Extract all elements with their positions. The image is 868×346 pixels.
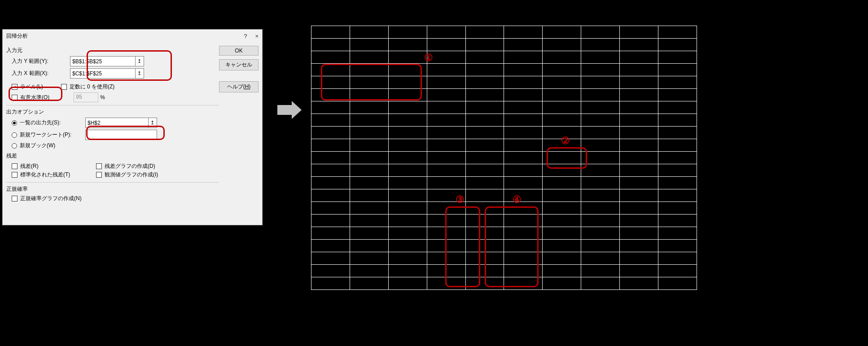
resid-checkbox[interactable] <box>12 163 18 169</box>
output-range-input[interactable]: ↥ <box>85 118 157 128</box>
grid-cell <box>504 277 543 290</box>
grid-cell <box>311 51 350 64</box>
grid-cell <box>504 202 543 215</box>
grid-cell <box>581 215 620 227</box>
grid-cell <box>581 76 620 89</box>
grid-cell <box>620 189 658 202</box>
grid-cell <box>311 277 350 290</box>
grid-cell <box>311 252 350 265</box>
new-wb-radio[interactable] <box>12 143 17 149</box>
grid-cell <box>350 64 388 76</box>
grid-cell <box>581 240 620 252</box>
std-resid-checkbox[interactable] <box>12 172 18 178</box>
grid-cell <box>581 64 620 76</box>
labels-check-label: ラベル(L) <box>20 83 43 91</box>
resid-plot-checkbox[interactable] <box>96 163 102 169</box>
grid-cell <box>504 227 543 240</box>
grid-cell <box>465 76 504 89</box>
grid-cell <box>581 127 620 139</box>
new-ws-label: 新規ワークシート(P): <box>20 131 73 139</box>
grid-cell <box>504 164 543 177</box>
const-zero-label: 定数に 0 を使用(Z) <box>70 83 115 91</box>
grid-cell <box>504 177 543 189</box>
cancel-button[interactable]: キャンセル <box>219 59 259 70</box>
grid-cell <box>504 215 543 227</box>
grid-cell <box>504 26 543 39</box>
grid-cell <box>658 101 697 114</box>
range-selector-icon[interactable]: ↥ <box>135 69 144 78</box>
grid-cell <box>658 89 697 101</box>
grid-cell <box>543 277 581 290</box>
grid-cell <box>350 89 388 101</box>
grid-cell <box>388 215 427 227</box>
help-icon[interactable]: ? <box>244 33 247 39</box>
grid-cell <box>658 252 697 265</box>
grid-cell <box>465 240 504 252</box>
x-range-field[interactable] <box>70 70 135 77</box>
grid-cell <box>388 265 427 277</box>
grid-cell <box>581 164 620 177</box>
callout-num-3: ③ <box>456 194 465 206</box>
grid-cell <box>581 114 620 127</box>
grid-cell <box>543 252 581 265</box>
grid-cell <box>620 202 658 215</box>
grid-cell <box>504 127 543 139</box>
grid-cell <box>504 89 543 101</box>
grid-cell <box>504 240 543 252</box>
normal-label: 正規確率 <box>6 185 219 193</box>
grid-cell <box>465 177 504 189</box>
grid-cell <box>620 265 658 277</box>
labels-checkbox[interactable]: ✓ <box>12 84 18 90</box>
grid-cell <box>350 215 388 227</box>
ok-button[interactable]: OK <box>219 46 259 56</box>
grid-cell <box>311 127 350 139</box>
range-selector-icon[interactable]: ↥ <box>148 118 157 127</box>
grid-cell <box>620 227 658 240</box>
help-button[interactable]: ヘルプ(H) <box>219 81 259 92</box>
grid-cell <box>658 51 697 64</box>
grid-cell <box>311 39 350 51</box>
grid-cell <box>658 76 697 89</box>
grid-cell <box>388 89 427 101</box>
grid-cell <box>350 26 388 39</box>
y-range-input[interactable]: ↥ <box>70 56 144 66</box>
grid-cell <box>504 189 543 202</box>
grid-cell <box>465 139 504 152</box>
new-ws-input[interactable] <box>85 130 157 140</box>
grid-cell <box>388 101 427 114</box>
close-icon[interactable]: × <box>255 33 259 39</box>
output-range-radio[interactable] <box>12 120 17 126</box>
grid-cell <box>543 189 581 202</box>
grid-cell <box>543 215 581 227</box>
signif-checkbox[interactable] <box>12 95 18 101</box>
grid-cell <box>504 114 543 127</box>
output-range-field[interactable] <box>86 120 148 126</box>
grid-cell <box>427 114 465 127</box>
obs-plot-checkbox[interactable] <box>96 172 102 178</box>
grid-cell <box>543 265 581 277</box>
grid-cell <box>427 39 465 51</box>
np-plot-checkbox[interactable] <box>12 196 18 201</box>
grid-cell <box>658 39 697 51</box>
grid-cell <box>311 152 350 164</box>
grid-cell <box>388 139 427 152</box>
grid-cell <box>581 252 620 265</box>
grid-cell <box>350 39 388 51</box>
grid-cell <box>620 215 658 227</box>
y-range-field[interactable] <box>70 58 135 65</box>
grid-cell <box>620 177 658 189</box>
grid-cell <box>543 202 581 215</box>
signif-value[interactable]: 95 <box>74 92 98 102</box>
grid-cell <box>658 189 697 202</box>
new-ws-radio[interactable] <box>12 132 17 138</box>
const-zero-checkbox[interactable] <box>61 84 67 90</box>
grid-cell <box>543 39 581 51</box>
grid-cell <box>311 177 350 189</box>
grid-cell <box>543 164 581 177</box>
grid-cell <box>388 127 427 139</box>
grid-cell <box>388 152 427 164</box>
grid-cell <box>658 127 697 139</box>
grid-cell <box>388 164 427 177</box>
range-selector-icon[interactable]: ↥ <box>135 57 144 66</box>
x-range-input[interactable]: ↥ <box>70 68 144 79</box>
